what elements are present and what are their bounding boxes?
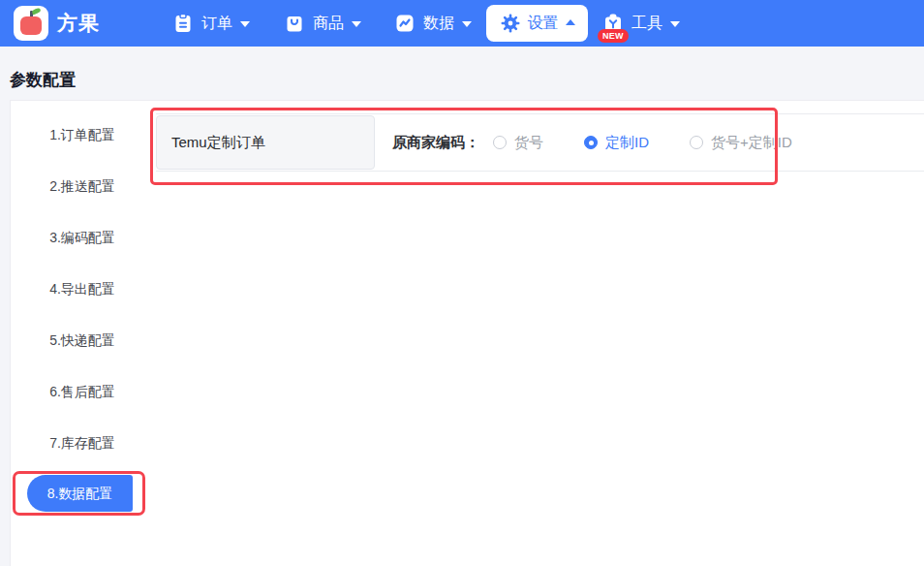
nav-label-data: 数据 <box>423 14 454 34</box>
chevron-down-icon <box>240 21 250 27</box>
radio-option-huohao-plus-custom-id[interactable]: 货号+定制ID <box>690 134 792 152</box>
top-navbar: 方果 订单 商品 数据 <box>0 0 924 47</box>
nav-label-settings: 设置 <box>528 14 559 34</box>
page-title: 参数配置 <box>10 69 76 91</box>
field-label: 原商家编码： <box>392 134 479 152</box>
settings-row-options: 原商家编码： 货号 定制ID 货号+定制ID <box>392 114 833 171</box>
brand-name: 方果 <box>57 6 100 41</box>
nav-label-tools: 工具 <box>631 14 662 34</box>
nav-item-orders[interactable]: 订单 <box>172 0 250 47</box>
sidebar-item-order-config[interactable]: 1.订单配置 <box>10 126 155 143</box>
clipboard-icon <box>172 13 194 34</box>
nav-item-settings-active[interactable]: 设置 <box>486 5 588 42</box>
radio-label: 定制ID <box>605 134 649 152</box>
nav-label-orders: 订单 <box>201 14 232 34</box>
app-logo-icon <box>14 6 48 41</box>
screen: 方果 订单 商品 数据 <box>0 0 924 566</box>
logo-fruit <box>20 16 42 35</box>
new-badge: NEW <box>598 29 629 43</box>
radio-option-custom-id[interactable]: 定制ID <box>584 134 649 152</box>
nav-item-products[interactable]: 商品 <box>284 0 361 47</box>
sidebar-item-code-config[interactable]: 3.编码配置 <box>10 229 155 246</box>
radio-circle-unselected[interactable] <box>493 136 507 149</box>
chevron-down-icon <box>352 21 361 27</box>
sidebar-item-data-config-active[interactable]: 8.数据配置 <box>27 475 133 512</box>
chevron-up-icon <box>566 19 575 25</box>
toolbox-icon-wrap: NEW <box>602 13 624 34</box>
settings-row: Temu定制订单 原商家编码： 货号 定制ID 货号+定制ID <box>156 113 924 172</box>
chart-icon <box>394 13 416 34</box>
chevron-down-icon <box>462 21 472 27</box>
sidebar-item-stock-config[interactable]: 7.库存配置 <box>10 434 155 452</box>
bag-icon <box>284 13 305 34</box>
radio-option-huohao[interactable]: 货号 <box>493 134 543 152</box>
brand[interactable]: 方果 <box>14 6 100 41</box>
radio-label: 货号 <box>514 134 543 152</box>
settings-row-name: Temu定制订单 <box>156 115 375 170</box>
sidebar-item-aftersale-config[interactable]: 6.售后配置 <box>10 383 155 400</box>
radio-circle-selected[interactable] <box>584 136 598 149</box>
nav-item-tools[interactable]: NEW 工具 <box>602 0 680 47</box>
logo-leaf <box>31 7 41 15</box>
radio-label: 货号+定制ID <box>711 134 792 152</box>
sidebar-item-push-config[interactable]: 2.推送配置 <box>10 177 155 195</box>
nav-item-data[interactable]: 数据 <box>394 0 472 47</box>
radio-dot <box>589 141 594 145</box>
chevron-down-icon <box>670 21 680 27</box>
nav-label-products: 商品 <box>313 14 344 34</box>
sidebar-item-express-config[interactable]: 5.快递配置 <box>10 331 155 349</box>
sidebar-item-export-config[interactable]: 4.导出配置 <box>10 280 155 298</box>
radio-circle-unselected[interactable] <box>690 136 703 149</box>
gear-icon <box>500 13 521 34</box>
